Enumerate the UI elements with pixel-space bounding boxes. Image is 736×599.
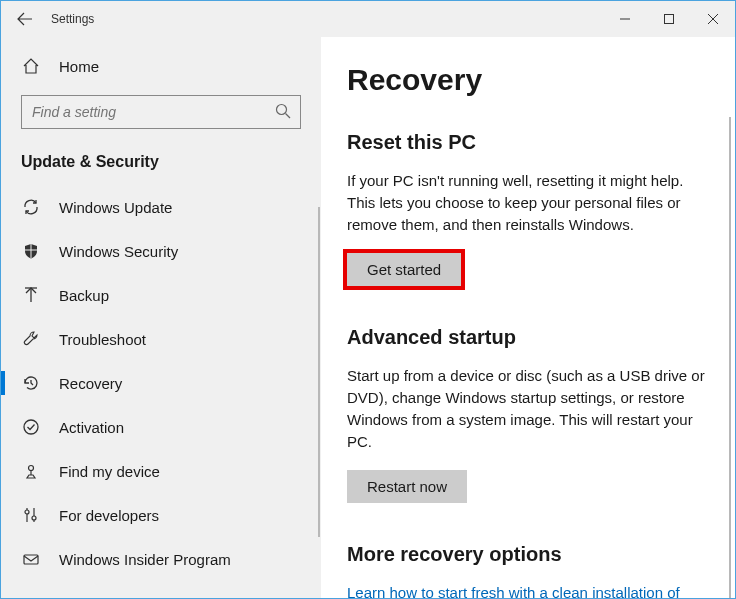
svg-point-4 [277, 105, 287, 115]
window-title: Settings [51, 12, 94, 26]
page-title: Recovery [347, 63, 711, 97]
titlebar: Settings [1, 1, 735, 37]
section-heading: Reset this PC [347, 131, 711, 154]
sidebar-item-troubleshoot[interactable]: Troubleshoot [1, 317, 321, 361]
fresh-start-link[interactable]: Learn how to start fresh with a clean in… [347, 582, 711, 598]
section-heading: Advanced startup [347, 326, 711, 349]
close-button[interactable] [691, 3, 735, 35]
sidebar-item-label: For developers [59, 507, 159, 524]
section-advanced-startup: Advanced startup Start up from a device … [347, 326, 711, 503]
window-buttons [603, 3, 735, 35]
svg-point-11 [29, 466, 34, 471]
app-body: Home Update & Security Windows Update Wi… [1, 37, 735, 598]
sidebar-item-find-my-device[interactable]: Find my device [1, 449, 321, 493]
sidebar-item-recovery[interactable]: Recovery [1, 361, 321, 405]
sidebar-item-label: Windows Update [59, 199, 172, 216]
sidebar-item-label: Windows Security [59, 243, 178, 260]
insider-icon [21, 550, 41, 568]
location-icon [21, 462, 41, 480]
home-label: Home [59, 58, 99, 75]
sidebar-nav: Windows Update Windows Security Backup T… [1, 185, 321, 581]
sidebar-item-activation[interactable]: Activation [1, 405, 321, 449]
sync-icon [21, 198, 41, 216]
sidebar-item-label: Activation [59, 419, 124, 436]
sidebar-item-backup[interactable]: Backup [1, 273, 321, 317]
sidebar-item-windows-insider[interactable]: Windows Insider Program [1, 537, 321, 581]
svg-rect-16 [24, 555, 38, 564]
sidebar-item-label: Troubleshoot [59, 331, 146, 348]
history-icon [21, 374, 41, 392]
svg-line-5 [286, 114, 291, 119]
sidebar-section-header: Update & Security [1, 143, 321, 185]
check-circle-icon [21, 418, 41, 436]
svg-point-15 [32, 516, 36, 520]
search-icon [275, 103, 291, 119]
svg-point-14 [25, 510, 29, 514]
maximize-button[interactable] [647, 3, 691, 35]
sliders-icon [21, 506, 41, 524]
arrow-left-icon [17, 11, 33, 27]
close-icon [707, 13, 719, 25]
sidebar-item-windows-update[interactable]: Windows Update [1, 185, 321, 229]
search-wrap [1, 85, 321, 143]
section-more-recovery: More recovery options Learn how to start… [347, 543, 711, 598]
section-body: Start up from a device or disc (such as … [347, 365, 711, 452]
sidebar-item-for-developers[interactable]: For developers [1, 493, 321, 537]
section-heading: More recovery options [347, 543, 711, 566]
section-body: If your PC isn't running well, resetting… [347, 170, 711, 235]
section-reset-this-pc: Reset this PC If your PC isn't running w… [347, 131, 711, 286]
sidebar-item-windows-security[interactable]: Windows Security [1, 229, 321, 273]
search-input[interactable] [21, 95, 301, 129]
sidebar-item-label: Windows Insider Program [59, 551, 231, 568]
sidebar-item-label: Find my device [59, 463, 160, 480]
sidebar: Home Update & Security Windows Update Wi… [1, 37, 321, 598]
minimize-button[interactable] [603, 3, 647, 35]
maximize-icon [663, 13, 675, 25]
back-button[interactable] [9, 3, 41, 35]
sidebar-item-label: Recovery [59, 375, 122, 392]
sidebar-item-label: Backup [59, 287, 109, 304]
restart-now-button[interactable]: Restart now [347, 470, 467, 503]
svg-rect-1 [665, 15, 674, 24]
minimize-icon [619, 13, 631, 25]
home-icon [21, 57, 41, 75]
svg-point-10 [24, 420, 38, 434]
wrench-icon [21, 330, 41, 348]
backup-icon [21, 286, 41, 304]
shield-icon [21, 242, 41, 260]
sidebar-item-home[interactable]: Home [1, 47, 321, 85]
content-panel: Recovery Reset this PC If your PC isn't … [321, 37, 735, 598]
get-started-button[interactable]: Get started [347, 253, 461, 286]
